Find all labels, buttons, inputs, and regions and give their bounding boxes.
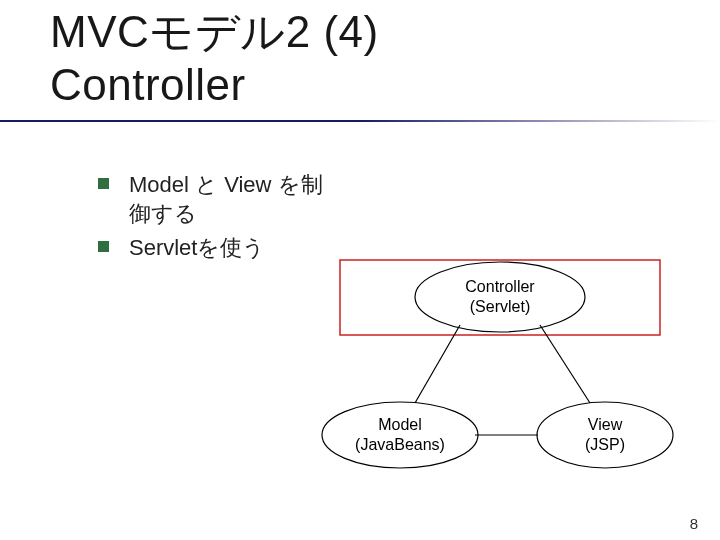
title-line1: MVCモデル2 (4) [50,7,379,56]
slide-title: MVCモデル2 (4) Controller [0,0,720,112]
model-ellipse [322,402,478,468]
model-label-1: Model [378,416,422,433]
bullet-text: Model と View を制御する [129,170,340,229]
bullet-list: Model と View を制御する Servletを使う [0,170,340,263]
controller-label-2: (Servlet) [470,298,530,315]
line-controller-model [415,325,460,403]
bullet-icon [98,178,109,189]
view-ellipse [537,402,673,468]
controller-ellipse [415,262,585,332]
model-label-2: (JavaBeans) [355,436,445,453]
bullet-text: Servletを使う [129,233,265,263]
line-controller-view [540,325,590,403]
list-item: Servletを使う [98,233,340,263]
title-line2: Controller [50,60,246,109]
view-label-1: View [588,416,623,433]
slide: MVCモデル2 (4) Controller Model と View を制御す… [0,0,720,540]
list-item: Model と View を制御する [98,170,340,229]
bullet-icon [98,241,109,252]
view-label-2: (JSP) [585,436,625,453]
title-underline [0,120,720,122]
mvc-diagram: Controller (Servlet) Model (JavaBeans) V… [310,250,690,480]
controller-label-1: Controller [465,278,535,295]
slide-number: 8 [690,515,698,532]
